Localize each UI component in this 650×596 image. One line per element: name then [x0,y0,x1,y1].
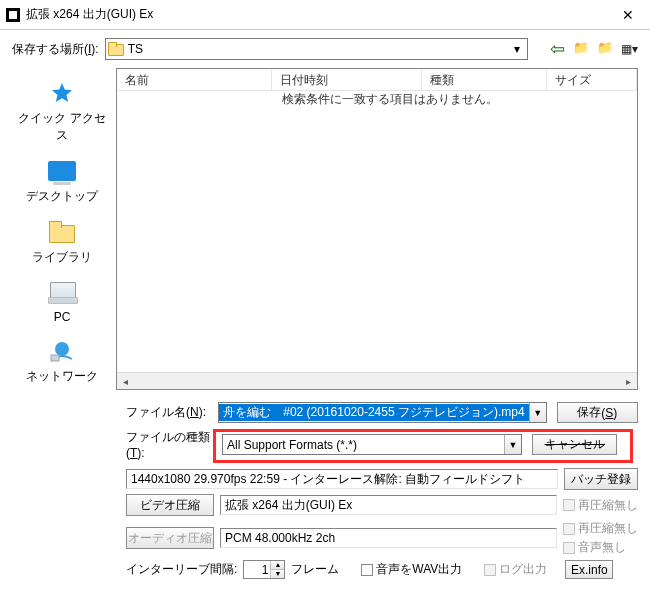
nav-toolbar: ⇦ 📁 📁 ▦▾ [534,41,638,57]
file-list-body[interactable]: 検索条件に一致する項目はありません。 [117,91,637,372]
save-in-label: 保存する場所(I): [12,41,99,58]
network-icon [45,336,79,366]
place-libraries[interactable]: ライブラリ [15,213,110,270]
up-folder-icon[interactable]: 📁 [572,41,590,57]
exinfo-button[interactable]: Ex.info [565,560,613,579]
dropdown-icon[interactable]: ▾ [509,42,525,56]
main-split: クイック アクセス デスクトップ ライブラリ PC ネットワーク [12,68,638,390]
filetype-input[interactable]: All Support Formats (*.*) ▼ [222,434,522,455]
filetype-value: All Support Formats (*.*) [223,438,504,452]
save-in-value: TS [128,42,509,56]
new-folder-icon[interactable]: 📁 [596,41,614,57]
audio-compression-value: PCM 48.000kHz 2ch [220,528,557,548]
interleave-unit: フレーム [291,561,339,578]
form-rows: ファイル名(N): 舟を編む #02 (20161020-2455 フジテレビジ… [12,402,638,460]
video-compression-value: 拡張 x264 出力(GUI) Ex [220,495,557,515]
folder-icon [108,42,124,56]
checkbox-icon [361,564,373,576]
col-size[interactable]: サイズ [547,69,637,90]
view-menu-icon[interactable]: ▦▾ [620,41,638,57]
file-list-headers: 名前 日付時刻 種類 サイズ [117,69,637,91]
info-row: 1440x1080 29.970fps 22:59 - インターレース解除: 自… [12,468,638,490]
no-audio-check: 音声無し [563,539,638,556]
checkbox-icon [563,499,575,511]
spinner-icon[interactable]: ▲▼ [270,561,284,578]
interleave-value-input[interactable]: 1 ▲▼ [243,560,285,579]
file-list-pane: 名前 日付時刻 種類 サイズ 検索条件に一致する項目はありません。 ◂ ▸ [116,68,638,390]
filename-label: ファイル名(N): [126,404,208,421]
svg-marker-0 [52,83,72,102]
place-pc[interactable]: PC [15,274,110,328]
place-quick-access[interactable]: クイック アクセス [15,74,110,148]
libraries-icon [49,221,75,243]
places-bar: クイック アクセス デスクトップ ライブラリ PC ネットワーク [12,68,112,390]
svg-point-1 [55,342,69,356]
dropdown-icon[interactable]: ▼ [504,435,521,454]
log-output-check: ログ出力 [484,561,547,578]
window-title: 拡張 x264 出力(GUI) Ex [26,6,606,23]
filetype-row: ファイルの種類(T): All Support Formats (*.*) ▼ … [12,429,638,460]
video-compression-button[interactable]: ビデオ圧縮 [126,494,214,516]
empty-message: 検索条件に一致する項目はありません。 [282,91,498,108]
pc-icon [48,282,76,304]
close-button[interactable]: ✕ [606,0,650,30]
interleave-label: インターリーブ間隔: [126,561,237,578]
no-recompress-check-video: 再圧縮無し [563,497,638,514]
filetype-label: ファイルの種類(T): [126,429,212,460]
title-bar: 拡張 x264 出力(GUI) Ex ✕ [0,0,650,30]
wav-output-check[interactable]: 音声をWAV出力 [361,561,462,578]
audio-compression-button: オーディオ圧縮 [126,527,214,549]
checkbox-icon [484,564,496,576]
lower-panel: 1440x1080 29.970fps 22:59 - インターレース解除: 自… [12,466,638,585]
star-icon [45,78,79,108]
back-icon[interactable]: ⇦ [548,41,566,57]
video-comp-row: ビデオ圧縮 拡張 x264 出力(GUI) Ex 再圧縮無し [12,494,638,516]
desktop-icon [48,161,76,181]
dropdown-icon[interactable]: ▼ [529,403,546,422]
save-in-row: 保存する場所(I): TS ▾ ⇦ 📁 📁 ▦▾ [12,38,638,60]
col-kind[interactable]: 種類 [422,69,547,90]
col-date[interactable]: 日付時刻 [272,69,422,90]
filename-input[interactable]: 舟を編む #02 (20161020-2455 フジテレビジョン).mp4 ▼ [218,402,546,423]
save-button[interactable]: 保存(S) [557,402,638,423]
no-recompress-check-audio: 再圧縮無し [563,520,638,537]
filename-row: ファイル名(N): 舟を編む #02 (20161020-2455 フジテレビジ… [12,402,638,423]
svg-rect-2 [51,355,59,361]
client-area: 保存する場所(I): TS ▾ ⇦ 📁 📁 ▦▾ クイック アクセス [0,30,650,593]
place-desktop[interactable]: デスクトップ [15,152,110,209]
checkbox-icon [563,523,575,535]
cancel-button[interactable]: キャンセル [532,434,617,455]
media-info: 1440x1080 29.970fps 22:59 - インターレース解除: 自… [126,469,558,489]
interleave-row: インターリーブ間隔: 1 ▲▼ フレーム 音声をWAV出力 ログ出力 Ex.in… [12,560,638,579]
checkbox-icon [563,542,575,554]
scroll-left-icon[interactable]: ◂ [117,373,134,390]
place-network[interactable]: ネットワーク [15,332,110,389]
batch-register-button[interactable]: バッチ登録 [564,468,638,490]
col-name[interactable]: 名前 [117,69,272,90]
scroll-right-icon[interactable]: ▸ [620,373,637,390]
horizontal-scrollbar[interactable]: ◂ ▸ [117,372,637,389]
save-in-combo[interactable]: TS ▾ [105,38,528,60]
app-icon [6,8,20,22]
filename-value: 舟を編む #02 (20161020-2455 フジテレビジョン).mp4 [219,404,528,421]
audio-comp-row: オーディオ圧縮 PCM 48.000kHz 2ch 再圧縮無し 音声無し [12,520,638,556]
